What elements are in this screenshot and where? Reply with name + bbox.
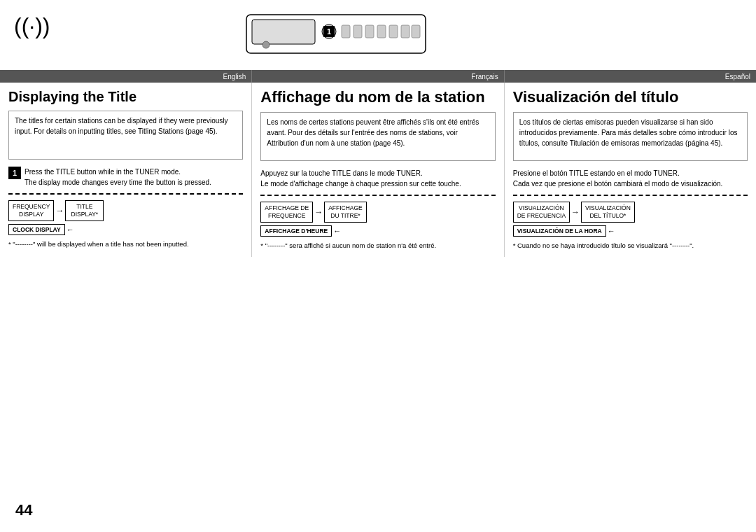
french-title: Affichage du nom de la station (260, 88, 495, 106)
svg-rect-9 (401, 25, 410, 38)
french-desc: Les noms de certes stations peuvent être… (260, 112, 495, 161)
svg-rect-10 (412, 25, 420, 38)
divider-french (260, 195, 495, 196)
col-spanish: Visualización del título Los títulos de … (505, 83, 756, 257)
svg-text:((·)): ((·)) (14, 13, 49, 38)
lang-french: Français (252, 70, 504, 83)
col-french: Affichage du nom de la station Les noms … (252, 83, 504, 257)
svg-point-13 (262, 41, 270, 48)
spanish-step1-row: Presione el botón TITLE estando en el mo… (513, 168, 748, 189)
english-title: Displaying the Title (8, 88, 243, 105)
svg-rect-4 (342, 25, 350, 38)
flow-box-title: TITLEDISPLAY* (65, 200, 104, 221)
spanish-title: Visualización del título (513, 88, 748, 106)
flow-box-frequency: FREQUENCYDISPLAY (8, 200, 54, 221)
step1-badge: 1 (8, 167, 21, 179)
language-bar: English Français Español (0, 70, 756, 83)
english-clock-label: CLOCK DISPLAY (8, 224, 65, 235)
french-step1-row: Appuyez sur la touche TITLE dans le mode… (260, 168, 495, 189)
svg-rect-5 (354, 25, 362, 38)
divider-english (8, 193, 243, 195)
flow-box-freq-es: VISUALIZACIÓNDE FRECUENCIA (513, 202, 570, 223)
svg-rect-8 (389, 25, 398, 38)
spanish-clock-label: VISUALIZACIÓN DE LA HORA (513, 225, 606, 237)
svg-rect-6 (365, 25, 374, 38)
french-clock-label: AFFICHAGE D'HEURE (260, 225, 332, 237)
content-columns: Displaying the Title The titles for cert… (0, 83, 756, 257)
english-step1-row: 1 Press the TITLE button while in the TU… (8, 167, 243, 188)
flow-box-titre-fr: AFFICHAGEDU TITRE* (324, 202, 367, 223)
english-flow: FREQUENCYDISPLAY → TITLEDISPLAY* (8, 200, 243, 221)
lang-spanish: Español (505, 70, 756, 83)
spanish-step1-text: Presione el botón TITLE estando en el mo… (513, 168, 748, 189)
arrow-es1: → (571, 207, 580, 217)
clock-arrow-fr: ← (333, 227, 341, 235)
flow-box-titulo-es: VISUALIZACIÓNDEL TÍTULO* (581, 202, 635, 223)
svg-rect-7 (377, 25, 386, 38)
divider-spanish (513, 195, 748, 196)
arrow1: → (55, 206, 64, 216)
french-flow: AFFICHAGE DEFREQUENCE → AFFICHAGEDU TITR… (260, 202, 495, 223)
arrow-fr1: → (314, 207, 323, 217)
radio-image: 1 (231, 6, 441, 62)
flow-box-freq-fr: AFFICHAGE DEFREQUENCE (260, 202, 313, 223)
page-number: 44 (15, 501, 32, 519)
col-english: Displaying the Title The titles for cert… (0, 83, 252, 257)
antenna-icon: ((·)) (13, 7, 49, 48)
clock-arrow: ← (66, 225, 74, 234)
clock-arrow-es: ← (608, 227, 615, 235)
svg-rect-2 (252, 20, 315, 44)
svg-text:1: 1 (327, 27, 331, 36)
lang-english: English (0, 70, 252, 83)
english-footnote: * "--------" will be displayed when a ti… (8, 239, 243, 249)
spanish-desc: Los títulos de ciertas emisoras pueden v… (513, 112, 748, 161)
spanish-footnote: * Cuando no se haya introducido título s… (513, 241, 748, 251)
french-step1-text: Appuyez sur la touche TITLE dans le mode… (260, 168, 495, 189)
spanish-flow: VISUALIZACIÓNDE FRECUENCIA → VISUALIZACI… (513, 202, 748, 223)
spanish-clock-bar: VISUALIZACIÓN DE LA HORA ← (513, 225, 748, 237)
english-step1-text: Press the TITLE button while in the TUNE… (24, 167, 243, 188)
english-clock-bar: CLOCK DISPLAY ← (8, 224, 243, 235)
english-desc: The titles for certain stations can be d… (8, 111, 243, 160)
french-footnote: * "--------" sera affiché si aucun nom d… (260, 241, 495, 251)
french-clock-bar: AFFICHAGE D'HEURE ← (260, 225, 495, 237)
